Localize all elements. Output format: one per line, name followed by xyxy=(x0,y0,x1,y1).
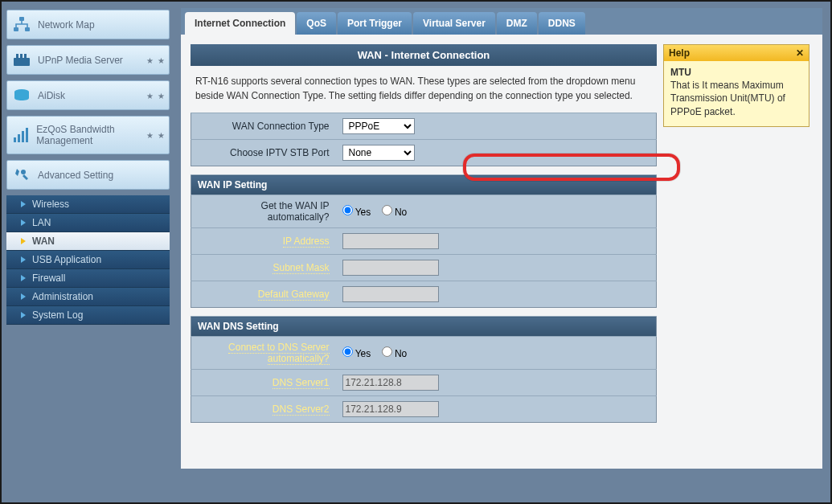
dns-auto-label[interactable]: Connect to DNS Server automatically? xyxy=(228,342,329,365)
dns-server2-input xyxy=(342,401,439,417)
wan-ip-section-head: WAN IP Setting xyxy=(191,175,657,195)
wan-dns-table: WAN DNS Setting Connect to DNS Server au… xyxy=(191,316,657,423)
subnet-mask-input xyxy=(342,260,439,276)
sidebar: Network Map UPnP Media Server ★ ★ AiDisk… xyxy=(2,2,174,502)
wan-conn-type-select[interactable]: PPPoE xyxy=(342,118,415,134)
default-gateway-label[interactable]: Default Gateway xyxy=(258,289,330,301)
sidebar-item-ezqos[interactable]: EzQoS Bandwidth Management ★ ★ xyxy=(6,116,170,154)
chevron-right-icon xyxy=(21,275,26,281)
radio-no-label: No xyxy=(395,348,407,359)
submenu-administration[interactable]: Administration xyxy=(6,288,170,306)
star-indicator-icon: ★ ★ xyxy=(146,131,166,140)
help-head-label: Help xyxy=(669,47,690,59)
svg-rect-6 xyxy=(24,54,27,58)
tab-qos[interactable]: QoS xyxy=(297,12,336,35)
star-indicator-icon: ★ ★ xyxy=(146,55,166,64)
sidebar-item-aidisk[interactable]: AiDisk ★ ★ xyxy=(6,80,170,110)
chevron-right-icon xyxy=(21,219,26,226)
submenu-system-log[interactable]: System Log xyxy=(6,306,170,325)
ip-address-input xyxy=(342,233,439,249)
tab-internet-connection[interactable]: Internet Connection xyxy=(185,12,295,35)
subnet-mask-label[interactable]: Subnet Mask xyxy=(273,262,329,274)
tab-dmz[interactable]: DMZ xyxy=(497,12,537,35)
tab-ddns[interactable]: DDNS xyxy=(539,12,585,35)
page-description: RT-N16 supports several connection types… xyxy=(191,66,657,113)
svg-rect-4 xyxy=(16,54,18,58)
chevron-right-icon xyxy=(21,256,26,263)
help-box: Help ✕ MTU That is It means Maximum Tran… xyxy=(663,44,809,127)
svg-rect-10 xyxy=(22,131,24,142)
submenu-wan[interactable]: WAN xyxy=(6,232,170,251)
tab-virtual-server[interactable]: Virtual Server xyxy=(413,12,495,35)
sidebar-item-network-map[interactable]: Network Map xyxy=(6,10,170,39)
chevron-right-icon xyxy=(21,312,26,318)
star-indicator-icon: ★ ★ xyxy=(146,91,166,100)
svg-rect-2 xyxy=(25,27,30,31)
submenu-label: USB Application xyxy=(32,254,101,265)
svg-rect-11 xyxy=(26,128,28,142)
iptv-port-select[interactable]: None xyxy=(342,145,415,161)
sidebar-item-upnp[interactable]: UPnP Media Server ★ ★ xyxy=(6,45,170,75)
radio-yes-label: Yes xyxy=(355,207,371,218)
main-area: Internet Connection QoS Port Trigger Vir… xyxy=(174,2,830,502)
svg-rect-8 xyxy=(14,137,16,142)
submenu-lan[interactable]: LAN xyxy=(6,214,170,232)
get-wan-ip-label: Get the WAN IP automatically? xyxy=(261,200,330,223)
chevron-right-icon xyxy=(21,238,26,244)
ip-address-label[interactable]: IP Address xyxy=(283,236,330,248)
submenu-usb-application[interactable]: USB Application xyxy=(6,251,170,269)
sidebar-item-label: Network Map xyxy=(38,19,95,31)
svg-rect-9 xyxy=(18,134,20,142)
page-title: WAN - Internet Connection xyxy=(191,44,657,66)
submenu-label: Administration xyxy=(32,291,93,302)
wan-dns-section-head: WAN DNS Setting xyxy=(191,317,657,337)
wan-conn-type-label: WAN Connection Type xyxy=(232,121,330,132)
submenu-label: WAN xyxy=(32,236,55,247)
tab-port-trigger[interactable]: Port Trigger xyxy=(338,12,412,35)
svg-rect-5 xyxy=(20,54,23,58)
submenu-label: Wireless xyxy=(32,199,69,210)
wan-ip-table: WAN IP Setting Get the WAN IP automatica… xyxy=(191,174,657,308)
close-icon[interactable]: ✕ xyxy=(796,47,804,59)
chevron-right-icon xyxy=(21,293,26,300)
connection-type-table: WAN Connection Type PPPoE Choose IPTV ST… xyxy=(191,113,657,166)
get-wan-ip-yes[interactable] xyxy=(342,205,353,215)
submenu-label: Firewall xyxy=(32,272,65,284)
sidebar-item-label: UPnP Media Server xyxy=(38,55,123,66)
radio-yes-label: Yes xyxy=(355,348,371,359)
get-wan-ip-no[interactable] xyxy=(382,205,392,215)
sidebar-submenu: Wireless LAN WAN USB Application Firewal… xyxy=(6,195,170,325)
aidisk-icon xyxy=(12,86,31,105)
help-body-text: That is It means Maximum Transmission Un… xyxy=(670,80,785,117)
sidebar-item-advanced[interactable]: Advanced Setting xyxy=(6,160,170,190)
submenu-label: System Log xyxy=(32,309,83,321)
radio-no-label: No xyxy=(395,207,407,218)
help-title: MTU xyxy=(670,67,691,78)
dns-server1-label[interactable]: DNS Server1 xyxy=(273,377,330,389)
sidebar-item-label: Advanced Setting xyxy=(38,170,113,181)
dns-auto-yes[interactable] xyxy=(342,346,353,357)
sidebar-item-label: AiDisk xyxy=(38,90,65,101)
dns-server1-input xyxy=(342,375,439,391)
dns-auto-no[interactable] xyxy=(382,346,392,357)
sidebar-item-label: EzQoS Bandwidth Management xyxy=(36,124,164,147)
submenu-firewall[interactable]: Firewall xyxy=(6,269,170,288)
network-map-icon xyxy=(12,15,31,35)
submenu-wireless[interactable]: Wireless xyxy=(6,195,170,214)
svg-rect-1 xyxy=(14,27,18,31)
svg-rect-3 xyxy=(14,58,30,66)
submenu-label: LAN xyxy=(32,217,51,228)
default-gateway-input xyxy=(342,286,439,302)
svg-rect-0 xyxy=(19,17,24,21)
chevron-right-icon xyxy=(21,201,26,207)
bandwidth-icon xyxy=(12,125,30,145)
iptv-port-label: Choose IPTV STB Port xyxy=(230,147,329,158)
dns-server2-label[interactable]: DNS Server2 xyxy=(273,404,330,416)
tab-strip: Internet Connection QoS Port Trigger Vir… xyxy=(181,8,822,35)
tools-icon xyxy=(12,166,31,185)
media-server-icon xyxy=(12,51,31,70)
